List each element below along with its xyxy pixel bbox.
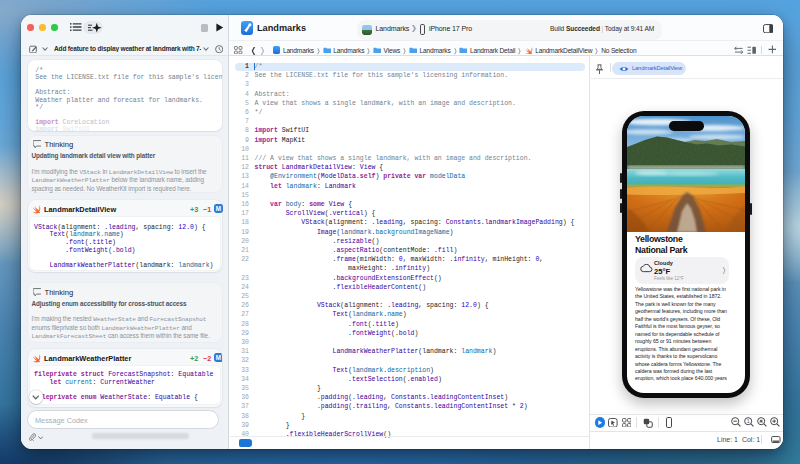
svg-text:1: 1: [747, 418, 750, 424]
